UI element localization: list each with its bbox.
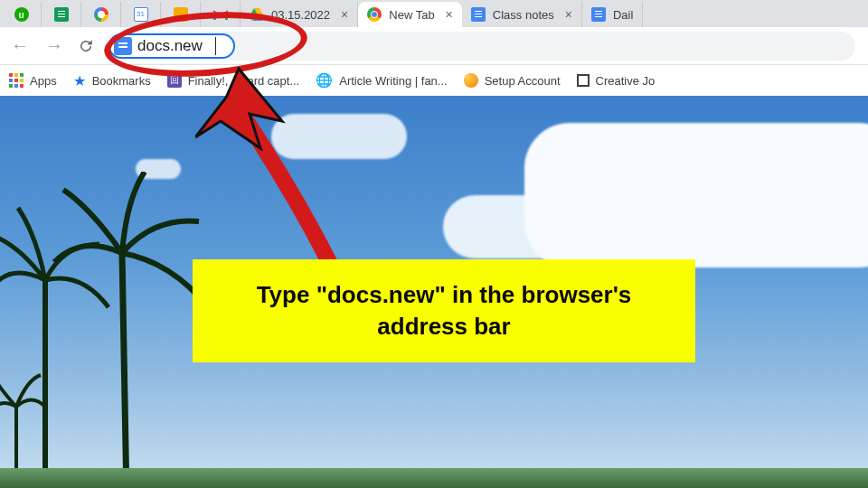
bookmark-bookmarks[interactable]: ★ Bookmarks	[73, 72, 151, 89]
pinned-tab[interactable]	[42, 2, 81, 27]
calendar-icon: 31	[134, 7, 148, 22]
google-icon	[94, 7, 108, 22]
tab-class-notes[interactable]: Class notes ×	[462, 2, 582, 27]
bookmark-setup-account[interactable]: Setup Account	[464, 73, 561, 88]
tab-label: Dail	[613, 8, 633, 22]
reload-button[interactable]	[76, 36, 96, 56]
pinned-tab[interactable]: 31	[121, 2, 161, 27]
pinned-tab[interactable]	[81, 2, 121, 27]
bookmarks-bar: Apps ★ Bookmarks 回 Finally!, a card capt…	[0, 65, 868, 96]
tab-label: New Tab	[389, 8, 434, 22]
purple-icon: 回	[167, 73, 182, 88]
callout-text: Type "docs.new" in the browser's address…	[257, 281, 632, 340]
tab-strip: u 31 03.15.2022 × New Tab × Class notes …	[0, 0, 868, 27]
sheets-icon	[54, 7, 69, 22]
address-bar[interactable]	[105, 32, 855, 61]
wallpaper-ground	[0, 468, 868, 488]
tab-label: Class notes	[493, 8, 554, 22]
pinned-tab[interactable]: u	[2, 2, 42, 27]
forward-button[interactable]: →	[42, 33, 67, 58]
pinned-tab[interactable]	[161, 2, 201, 27]
annotation-callout: Type "docs.new" in the browser's address…	[193, 259, 695, 362]
bookmark-label: Bookmarks	[92, 74, 151, 88]
docs-favicon	[114, 37, 132, 55]
address-input[interactable]	[132, 37, 215, 55]
docs-icon	[471, 7, 486, 22]
tab-close-icon[interactable]: ×	[341, 7, 348, 22]
back-button[interactable]: ←	[7, 33, 33, 58]
wallpaper-cloud	[271, 114, 407, 159]
square-icon	[577, 74, 590, 87]
upwork-icon: u	[14, 7, 29, 22]
bookmark-label: Article Writing | fan...	[339, 74, 447, 88]
bookmark-label: Finally!, a card capt...	[188, 74, 300, 88]
tab-close-icon[interactable]: ×	[565, 7, 572, 22]
bookmark-label: Creative Jo	[596, 74, 656, 88]
keep-icon	[174, 7, 188, 22]
tab-daily[interactable]: Dail	[582, 2, 643, 27]
star-icon: ★	[73, 72, 86, 89]
bookmark-label: Setup Account	[485, 74, 561, 88]
tab-close-icon[interactable]: ×	[446, 7, 453, 22]
bookmark-finally-card[interactable]: 回 Finally!, a card capt...	[167, 73, 300, 88]
bookmark-apps[interactable]: Apps	[9, 73, 57, 88]
chrome-icon	[367, 7, 382, 22]
toolbar: ← →	[0, 27, 868, 65]
orange-icon	[464, 73, 478, 88]
tab-label: 03.15.2022	[271, 8, 330, 22]
apps-icon	[9, 73, 24, 88]
bookmark-article-writing[interactable]: 🌐 Article Writing | fan...	[316, 72, 447, 89]
drive-icon	[250, 8, 264, 21]
text-cursor	[215, 37, 216, 55]
globe-icon: 🌐	[316, 72, 333, 89]
docs-icon	[591, 7, 606, 22]
tab-new-tab[interactable]: New Tab ×	[358, 2, 462, 27]
address-bar-focused	[108, 33, 235, 59]
tab-drive-date[interactable]: 03.15.2022 ×	[241, 2, 358, 27]
gmail-icon	[213, 9, 228, 20]
pinned-tab[interactable]	[201, 2, 241, 27]
bookmark-creative-jo[interactable]: Creative Jo	[577, 74, 656, 88]
wallpaper-cloud	[443, 195, 633, 258]
bookmark-label: Apps	[30, 74, 57, 88]
